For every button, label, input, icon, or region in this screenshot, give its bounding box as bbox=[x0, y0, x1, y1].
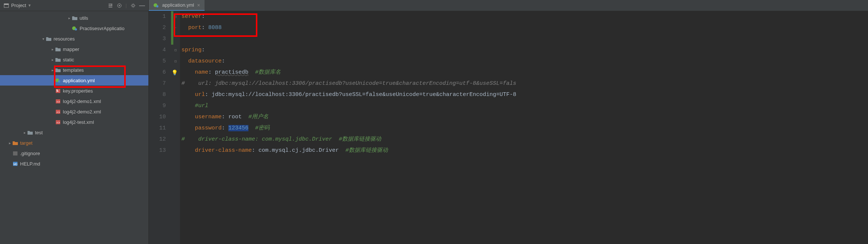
line-number: 2 bbox=[149, 22, 166, 33]
svg-point-8 bbox=[58, 80, 60, 83]
tab-label: application.yml bbox=[162, 2, 194, 8]
folder-icon bbox=[45, 36, 52, 42]
chevron-down-icon: ▾ bbox=[41, 37, 45, 41]
tree-label: target bbox=[20, 140, 32, 146]
chevron-right-icon: ▸ bbox=[7, 141, 12, 145]
svg-text:<>: <> bbox=[57, 100, 60, 103]
line-number: 3 bbox=[149, 33, 166, 45]
spring-class-icon bbox=[71, 25, 78, 31]
line-number: 6 bbox=[149, 67, 166, 78]
tree-label: static bbox=[63, 57, 74, 62]
tree-label: resources bbox=[54, 36, 75, 42]
code-line: server: bbox=[181, 11, 868, 22]
tree-item-app-class[interactable]: PractisesvrApplicatio bbox=[0, 23, 148, 33]
chevron-right-icon: ▸ bbox=[67, 16, 71, 20]
chevron-right-icon: ▸ bbox=[50, 58, 55, 62]
tree-label: HELP.md bbox=[20, 161, 40, 167]
tab-application-yml[interactable]: application.yml × bbox=[149, 0, 205, 11]
folder-icon bbox=[27, 129, 33, 135]
project-dropdown[interactable]: Project ▼ bbox=[11, 3, 31, 8]
line-number: 5 bbox=[149, 56, 166, 67]
sidebar-header: Project ▼ | — bbox=[0, 0, 148, 11]
tree-label: mapper bbox=[63, 46, 79, 52]
code-line: # driver-class-name: com.mysql.jdbc.Driv… bbox=[181, 134, 868, 145]
collapse-icon[interactable] bbox=[108, 3, 113, 8]
code-line bbox=[181, 33, 868, 45]
tree-item-key-properties[interactable]: key.properties bbox=[0, 86, 148, 96]
code-line: datasource: bbox=[181, 56, 868, 67]
line-number: 1 bbox=[149, 11, 166, 22]
code-line: name: practisedb #数据库名 bbox=[181, 67, 868, 78]
yaml-file-icon bbox=[55, 77, 61, 83]
code-editor[interactable]: 1 2 3 4 5 6 7 8 9 10 11 12 13 ⊟ ⌐ ⊟ ⊟ bbox=[149, 11, 868, 244]
tree-label: application.yml bbox=[63, 78, 95, 83]
svg-text:<>: <> bbox=[57, 110, 60, 114]
close-icon[interactable]: × bbox=[197, 2, 200, 8]
line-gutter: 1 2 3 4 5 6 7 8 9 10 11 12 13 bbox=[149, 11, 171, 244]
chevron-down-icon: ▼ bbox=[28, 3, 31, 7]
tree-item-gitignore[interactable]: .gitignore bbox=[0, 148, 148, 158]
chevron-right-icon: ▸ bbox=[50, 47, 55, 51]
xml-file-icon: <> bbox=[55, 98, 61, 104]
svg-text:<>: <> bbox=[57, 121, 60, 124]
tree-label: templates bbox=[63, 67, 84, 73]
tree-item-target[interactable]: ▸ target bbox=[0, 138, 148, 148]
sidebar-title: Project bbox=[11, 3, 26, 8]
tree-item-static[interactable]: ▸ static bbox=[0, 54, 148, 65]
tree-label: log4j2-test.xml bbox=[63, 119, 94, 125]
tree-item-application-yml[interactable]: application.yml bbox=[0, 75, 148, 86]
md-file-icon: MD bbox=[12, 161, 19, 167]
tree-label: test bbox=[35, 130, 43, 135]
folder-icon bbox=[55, 57, 61, 62]
line-number: 12 bbox=[149, 134, 166, 145]
svg-text:MD: MD bbox=[13, 163, 17, 166]
fold-minus-icon[interactable]: ⊟ bbox=[171, 56, 180, 67]
tree-label: .gitignore bbox=[20, 151, 40, 156]
tree-item-mapper[interactable]: ▸ mapper bbox=[0, 44, 148, 54]
folder-icon bbox=[12, 140, 19, 146]
gear-icon[interactable] bbox=[131, 3, 136, 8]
tree-label: utils bbox=[80, 15, 88, 21]
line-number: 13 bbox=[149, 145, 166, 156]
code-line: # url: jdbc:mysql://localhost:3306/pract… bbox=[181, 78, 868, 89]
code-line: driver-class-name: com.mysql.cj.jdbc.Dri… bbox=[181, 145, 868, 156]
svg-point-3 bbox=[119, 5, 120, 6]
svg-point-6 bbox=[75, 28, 77, 30]
separator: | bbox=[126, 3, 127, 8]
chevron-right-icon: ▸ bbox=[50, 68, 55, 72]
folder-icon bbox=[71, 15, 78, 21]
expand-icon[interactable] bbox=[117, 3, 122, 8]
folder-icon bbox=[55, 67, 61, 73]
editor-area: application.yml × 1 2 3 4 5 6 7 8 9 10 1… bbox=[149, 0, 868, 244]
tree-item-log4j2-demo1[interactable]: <> log4j2-demo1.xml bbox=[0, 96, 148, 106]
svg-point-22 bbox=[156, 5, 158, 7]
code-line: password: 123456 #密码 bbox=[181, 123, 868, 134]
bulb-icon[interactable]: 💡 bbox=[171, 70, 178, 76]
tree-label: log4j2-demo2.xml bbox=[63, 109, 101, 115]
project-icon bbox=[4, 3, 9, 8]
code-content[interactable]: server: port: 8088 spring: datasource: n… bbox=[180, 11, 868, 244]
tree-item-resources[interactable]: ▾ resources bbox=[0, 33, 148, 44]
svg-rect-1 bbox=[4, 4, 9, 5]
chevron-right-icon: ▸ bbox=[22, 131, 27, 135]
tree-item-log4j2-test[interactable]: <> log4j2-test.xml bbox=[0, 117, 148, 127]
tree-item-utils[interactable]: ▸ utils bbox=[0, 13, 148, 23]
minimize-icon[interactable]: — bbox=[139, 3, 145, 8]
tree-label: key.properties bbox=[63, 88, 93, 94]
line-number: 11 bbox=[149, 123, 166, 134]
line-number: 9 bbox=[149, 100, 166, 112]
project-tree: ▸ utils PractisesvrApplicatio ▾ resource… bbox=[0, 11, 148, 244]
svg-rect-18 bbox=[13, 151, 17, 155]
svg-rect-11 bbox=[57, 91, 58, 92]
tree-item-templates[interactable]: ▸ templates bbox=[0, 65, 148, 75]
line-number: 7 bbox=[149, 78, 166, 89]
tree-item-test[interactable]: ▸ test bbox=[0, 127, 148, 138]
xml-file-icon: <> bbox=[55, 119, 61, 125]
tree-item-help-md[interactable]: MD HELP.md bbox=[0, 158, 148, 169]
fold-minus-icon[interactable]: ⊟ bbox=[171, 45, 180, 56]
fold-column: ⊟ ⌐ ⊟ ⊟ 💡 bbox=[171, 11, 180, 244]
folder-icon bbox=[55, 46, 61, 52]
line-number: 8 bbox=[149, 89, 166, 100]
svg-rect-10 bbox=[57, 90, 58, 90]
tree-item-log4j2-demo2[interactable]: <> log4j2-demo2.xml bbox=[0, 106, 148, 117]
